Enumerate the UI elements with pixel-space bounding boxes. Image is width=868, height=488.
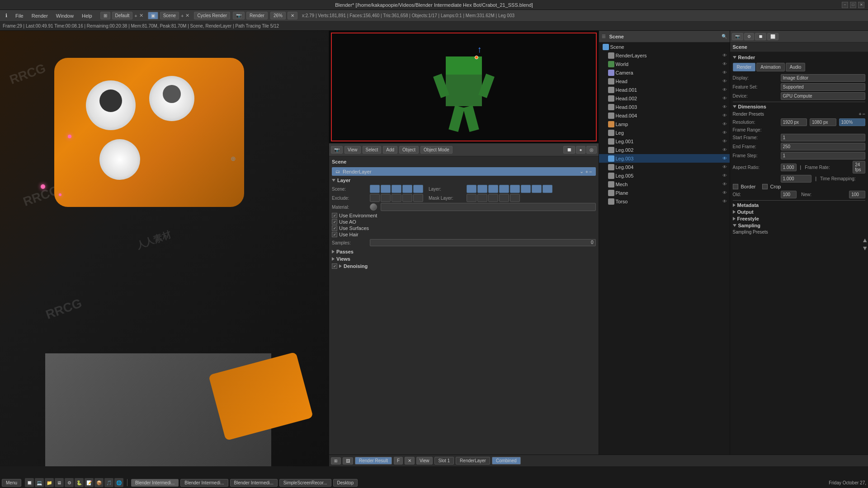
props-icon-2[interactable]: ⚙ (744, 33, 754, 40)
eye-icon-leg001[interactable]: 👁 (722, 138, 728, 145)
close-button[interactable]: ✕ (858, 2, 864, 8)
solid-icon-tb[interactable]: ● (576, 146, 585, 154)
material-field[interactable] (381, 203, 596, 211)
eye-icon-head002[interactable]: 👁 (722, 95, 728, 102)
outliner-item-leg004[interactable]: Leg.004 👁 (599, 163, 730, 171)
render-button[interactable]: Render (246, 12, 268, 19)
render-viewport[interactable]: RRCG 人人素材 RRCG 人人素材 RRCG (0, 31, 329, 466)
outliner-item-head[interactable]: Head 👁 (599, 77, 730, 85)
exc-5[interactable] (413, 194, 423, 202)
layer-1[interactable] (467, 185, 476, 193)
maximize-button[interactable]: □ (850, 2, 856, 8)
eye-icon-rl[interactable]: 👁 (722, 52, 728, 59)
layer-8[interactable] (542, 185, 552, 193)
object-menu-tb[interactable]: Object (399, 146, 419, 154)
menu-file[interactable]: File (12, 12, 27, 19)
outliner-item-leg003[interactable]: Leg.003 👁 (599, 154, 730, 163)
mask-1[interactable] (467, 194, 476, 202)
taskbar-icon-6[interactable]: 🐍 (75, 478, 84, 487)
renderer-selector[interactable]: Cycles Render (194, 12, 230, 19)
outliner-item-head003[interactable]: Head.003 👁 (599, 103, 730, 111)
layer-7[interactable] (532, 185, 542, 193)
layer-5[interactable] (510, 185, 520, 193)
workspace-plus[interactable]: + (134, 13, 137, 19)
mask-4[interactable] (499, 194, 509, 202)
view-tab[interactable]: View (416, 457, 433, 465)
workspace-selector[interactable]: ⊞ (100, 12, 110, 19)
mask-5[interactable] (510, 194, 520, 202)
taskbar-icon-9[interactable]: 🎵 (104, 478, 113, 487)
denoising-cb[interactable] (332, 263, 337, 269)
zoom-level[interactable]: 26% (270, 12, 286, 19)
exc-3[interactable] (392, 194, 401, 202)
eye-icon-leg002[interactable]: 👁 (722, 147, 728, 153)
eye-icon-head001[interactable]: 👁 (722, 87, 728, 93)
slot-tab[interactable]: Slot 1 (434, 457, 454, 465)
outliner-item-renderlayers[interactable]: RenderLayers 👁 (599, 51, 730, 60)
exc-1[interactable] (370, 194, 380, 202)
taskbar-icon-5[interactable]: ⚙ (65, 478, 74, 487)
use-ao-cb[interactable] (332, 219, 337, 225)
render-close-btn[interactable]: ✕ (405, 457, 415, 465)
workspace-name[interactable]: Default (112, 12, 133, 19)
new-value[interactable]: 100 (849, 191, 865, 198)
taskbar-desktop[interactable]: Desktop (333, 479, 358, 487)
render-icon-tb[interactable]: 🔲 (563, 146, 575, 154)
use-env-cb[interactable] (332, 213, 337, 218)
eye-icon-torso[interactable]: 👁 (722, 198, 728, 205)
taskbar-blender-3[interactable]: Blender Intermedi... (230, 479, 278, 487)
outliner-item-world[interactable]: World 👁 (599, 60, 730, 68)
eye-icon-plane[interactable]: 👁 (722, 190, 728, 196)
workspace-close[interactable]: ✕ (139, 13, 143, 19)
feature-set-value[interactable]: Supported (781, 83, 866, 91)
resolution-y[interactable]: 1080 px (810, 118, 836, 126)
props-icon-4[interactable]: ⬜ (767, 33, 778, 40)
display-value[interactable]: Image Editor (781, 74, 866, 82)
outliner-item-head004[interactable]: Head.004 👁 (599, 111, 730, 120)
render-arrow[interactable] (733, 56, 736, 59)
render-layer-expand[interactable]: ⌄ (580, 169, 584, 174)
views-arrow[interactable] (332, 257, 335, 261)
layer-4[interactable] (499, 185, 509, 193)
scene-plus[interactable]: + (181, 13, 184, 19)
aspect-y-value[interactable]: 1.000 (781, 175, 812, 183)
frame-rate-value[interactable]: 24 fps (853, 161, 865, 174)
outliner-item-head001[interactable]: Head.001 👁 (599, 85, 730, 94)
eye-icon-world[interactable]: 👁 (722, 61, 728, 67)
layer-3[interactable] (488, 185, 498, 193)
resolution-pct[interactable]: 100% (839, 118, 866, 126)
old-value[interactable]: 100 (781, 191, 797, 198)
eye-icon-leg003[interactable]: 👁 (722, 155, 728, 162)
view-menu-tb[interactable]: View (344, 146, 361, 154)
layer-2[interactable] (477, 185, 487, 193)
taskbar-icon-3[interactable]: 📁 (45, 478, 54, 487)
exc-2[interactable] (381, 194, 391, 202)
layer-6[interactable] (521, 185, 531, 193)
audio-tab[interactable]: Audio (786, 63, 806, 71)
mask-2[interactable] (477, 194, 487, 202)
taskbar-icon-8[interactable]: 📦 (94, 478, 104, 487)
render-f-label[interactable]: F (394, 457, 403, 465)
menu-help[interactable]: Help (78, 12, 96, 19)
taskbar-blender-2[interactable]: Blender Intermedi... (180, 479, 228, 487)
scene-layer-1[interactable] (370, 185, 380, 193)
samples-bar[interactable]: 0 (370, 239, 596, 246)
passes-arrow[interactable] (332, 250, 335, 253)
outliner-item-leg[interactable]: Leg 👁 (599, 128, 730, 137)
crop-cb[interactable] (762, 184, 768, 189)
end-frame-value[interactable]: 250 (781, 143, 866, 150)
eye-icon-leg004[interactable]: 👁 (722, 164, 728, 170)
eye-icon-cam[interactable]: 👁 (722, 70, 728, 76)
taskbar-icon-10[interactable]: 🌐 (114, 478, 123, 487)
frame-step-value[interactable]: 1 (781, 152, 866, 160)
exc-4[interactable] (402, 194, 412, 202)
taskbar-icon-2[interactable]: 💻 (35, 478, 44, 487)
scene-layer-2[interactable] (381, 185, 391, 193)
eye-icon-mech[interactable]: 👁 (722, 181, 728, 188)
device-value[interactable]: GPU Compute (781, 92, 866, 100)
render-layer-bar[interactable]: 🗂 RenderLayer ⌄ + − (332, 167, 596, 176)
outliner-item-torso[interactable]: Torso 👁 (599, 197, 730, 206)
props-icon-3[interactable]: 🔲 (755, 33, 766, 40)
eye-icon-leg005[interactable]: 👁 (722, 173, 728, 179)
combined-tab[interactable]: Combined (492, 457, 521, 465)
